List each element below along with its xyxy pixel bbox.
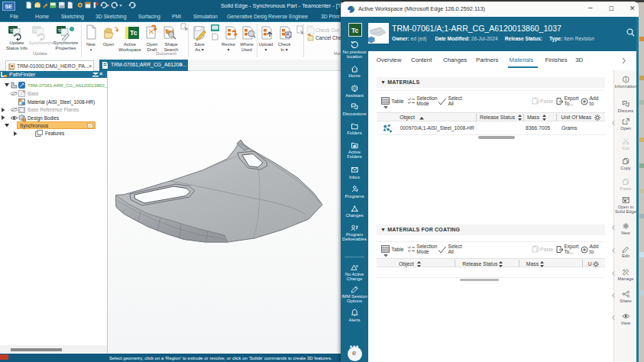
svg-text:▾: ▾ [107, 3, 109, 8]
svg-text:˙: ˙ [73, 2, 75, 8]
svg-text:▾: ▾ [134, 3, 136, 8]
svg-text:▾: ▾ [119, 3, 121, 8]
svg-text:Check Out ▾: Check Out ▾ [316, 27, 341, 33]
svg-text:˙: ˙ [31, 2, 33, 8]
svg-text:Tc: Tc [130, 29, 138, 37]
svg-text:Cancel Check: Cancel Check [316, 35, 341, 40]
